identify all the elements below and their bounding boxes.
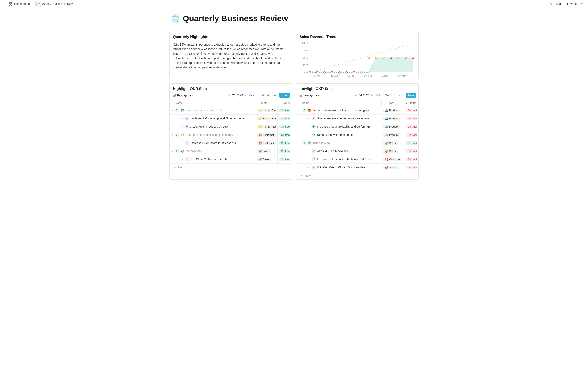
- table-row[interactable]: ▼ 🌿 Build a strong company culture 🌟Huma…: [170, 106, 292, 115]
- row-title[interactable]: Build a strong company culture: [186, 109, 225, 112]
- add-row-button[interactable]: ＋ New: [296, 172, 418, 179]
- team-chip[interactable]: 🛟Customer S: [383, 158, 402, 161]
- table-row[interactable]: • Speed up development time 🛳️Product Of…: [296, 131, 418, 139]
- col-name[interactable]: Name: [296, 100, 382, 106]
- collapse-toggle[interactable]: ▼: [171, 134, 174, 136]
- collapse-toggle[interactable]: ▼: [298, 142, 300, 144]
- team-chip[interactable]: 🚀Sales: [383, 141, 398, 145]
- more-icon[interactable]: •••: [581, 2, 585, 5]
- view-picker[interactable]: Highlights ▾: [172, 93, 194, 98]
- add-row-button[interactable]: ＋ New: [170, 164, 292, 171]
- row-title[interactable]: Increase net revenue retention to 3M EUR: [317, 158, 371, 161]
- next-quarter-button[interactable]: ▶: [245, 94, 246, 96]
- quarter-label[interactable]: Q1 2023: [358, 93, 370, 97]
- row-title[interactable]: Become a customer-centric company: [186, 133, 233, 136]
- share-button[interactable]: Share: [556, 2, 563, 5]
- table-row[interactable]: ▼ 💸 Increase ARR 🚀Sales On track: [296, 139, 418, 147]
- view-picker[interactable]: Lowlights ▾: [298, 93, 320, 98]
- team-chip[interactable]: 🚀Sales: [257, 158, 271, 161]
- team-chip[interactable]: 🌟Human Res: [257, 117, 276, 120]
- filter-button[interactable]: Filter: [376, 93, 382, 97]
- row-title[interactable]: Add 4M EUR in new ARR: [317, 149, 350, 153]
- row-title[interactable]: Implement Mooncamp in all 5 departments: [190, 117, 245, 120]
- status-pill[interactable]: Off track: [406, 133, 417, 137]
- card-title: Sales Revenue Trend: [296, 31, 418, 39]
- row-title[interactable]: EU: Close 2.5M in new deals: [190, 158, 227, 161]
- row-title[interactable]: Guarantee average response time of less …: [317, 117, 373, 120]
- team-chip[interactable]: 🛟Customer S: [257, 133, 276, 137]
- status-pill[interactable]: Off track: [406, 158, 417, 161]
- sort-button[interactable]: Sort: [385, 93, 391, 97]
- team-chip[interactable]: 🛳️Product: [383, 125, 400, 128]
- status-pill[interactable]: On track: [279, 117, 290, 120]
- table-row[interactable]: ▼ 🎁 Be the best software solution in our…: [296, 106, 418, 115]
- team-chip[interactable]: 🌟Human Res: [257, 125, 276, 128]
- team-chip[interactable]: 🚀Sales: [257, 149, 271, 153]
- table-row[interactable]: • Increase net revenue retention to 3M E…: [296, 155, 418, 164]
- quarter-label[interactable]: Q1 2023: [232, 93, 243, 97]
- table-row[interactable]: • Increase CSAT score to at least 75% 🛟C…: [170, 139, 292, 147]
- col-status[interactable]: ▾Status: [404, 100, 418, 106]
- row-title[interactable]: Increase CSAT score to at least 75%: [190, 141, 237, 145]
- prev-quarter-button[interactable]: ◀: [355, 94, 357, 96]
- status-pill[interactable]: On track: [279, 109, 290, 112]
- expand-toggle[interactable]: ▶: [308, 126, 310, 128]
- favorite-button[interactable]: Favorite: [567, 2, 578, 5]
- breadcrumb-root[interactable]: Dashboards: [14, 2, 30, 5]
- row-title[interactable]: Speed up development time: [317, 133, 353, 136]
- collapse-toggle[interactable]: ▼: [171, 150, 174, 152]
- status-pill[interactable]: Off track: [406, 149, 417, 153]
- table-row[interactable]: • Add 4M EUR in new ARR 🚀Sales Off track: [296, 147, 418, 155]
- col-status[interactable]: ▾Status: [277, 100, 292, 106]
- status-pill[interactable]: Off track: [406, 125, 417, 128]
- col-team[interactable]: Team: [255, 100, 277, 106]
- row-title[interactable]: Increase ARR: [312, 141, 330, 145]
- search-icon[interactable]: [393, 93, 396, 97]
- status-pill[interactable]: On track: [279, 158, 290, 161]
- team-chip[interactable]: 🛳️Product: [383, 117, 400, 120]
- table-row[interactable]: • Guarantee average response time of les…: [296, 115, 418, 123]
- table-row[interactable]: • EU: Close 2.5M in new deals 🚀Sales On …: [170, 155, 292, 164]
- sort-button[interactable]: Sort: [259, 93, 264, 97]
- table-row[interactable]: • Implement Mooncamp in all 5 department…: [170, 115, 292, 123]
- status-pill[interactable]: Off track: [406, 109, 417, 112]
- team-chip[interactable]: 🌟Human Res: [257, 109, 276, 112]
- breadcrumb-page[interactable]: 🗒️ Quarterly Business Review: [35, 2, 74, 5]
- filter-button[interactable]: Filter: [249, 93, 256, 97]
- collapse-toggle[interactable]: ▼: [171, 109, 174, 111]
- more-icon[interactable]: •••: [399, 93, 403, 97]
- team-chip[interactable]: 🚀Sales: [383, 166, 398, 169]
- menu-icon[interactable]: [3, 2, 7, 6]
- table-row[interactable]: • Absenteeism reduced by 25% 🌟Human Res …: [170, 123, 292, 131]
- next-quarter-button[interactable]: ▶: [371, 94, 373, 96]
- status-pill[interactable]: On track: [406, 141, 417, 145]
- prev-quarter-button[interactable]: ◀: [228, 94, 230, 96]
- status-pill[interactable]: On track: [279, 133, 290, 137]
- status-pill[interactable]: Off track: [406, 117, 417, 120]
- status-pill[interactable]: Off track: [406, 166, 417, 169]
- status-pill[interactable]: On track: [279, 149, 290, 153]
- col-name[interactable]: Name: [170, 100, 255, 106]
- team-chip[interactable]: 🚀Sales: [383, 149, 398, 153]
- row-title[interactable]: US West Coast: Close 1M in new deals: [317, 166, 367, 169]
- collapse-toggle[interactable]: ▼: [298, 109, 300, 111]
- table-row[interactable]: ▼ 💸 Increase ARR 🚀Sales On track: [170, 147, 292, 155]
- status-pill[interactable]: On track: [279, 141, 290, 145]
- status-pill[interactable]: On track: [279, 125, 290, 128]
- team-chip[interactable]: 🛟Customer S: [257, 141, 276, 145]
- col-team[interactable]: Team: [382, 100, 404, 106]
- row-title[interactable]: Increase product reliability and perform…: [317, 125, 373, 128]
- table-row[interactable]: ▶ Increase product reliability and perfo…: [296, 123, 418, 131]
- team-chip[interactable]: 🛳️Product: [383, 109, 400, 112]
- dashboards-icon[interactable]: [9, 2, 12, 5]
- new-button[interactable]: New: [406, 93, 416, 98]
- team-chip[interactable]: 🛳️Product: [383, 133, 400, 137]
- new-button[interactable]: New: [279, 93, 290, 98]
- search-icon[interactable]: [267, 93, 270, 97]
- row-title[interactable]: Be the best software solution in our cat…: [312, 109, 369, 112]
- more-icon[interactable]: •••: [273, 93, 276, 97]
- row-title[interactable]: Absenteeism reduced by 25%: [190, 125, 229, 128]
- row-title[interactable]: Increase ARR: [186, 149, 203, 153]
- table-row[interactable]: • US West Coast: Close 1M in new deals 🚀…: [296, 164, 418, 172]
- table-row[interactable]: ▼ 🙌 Become a customer-centric company 🛟C…: [170, 131, 292, 139]
